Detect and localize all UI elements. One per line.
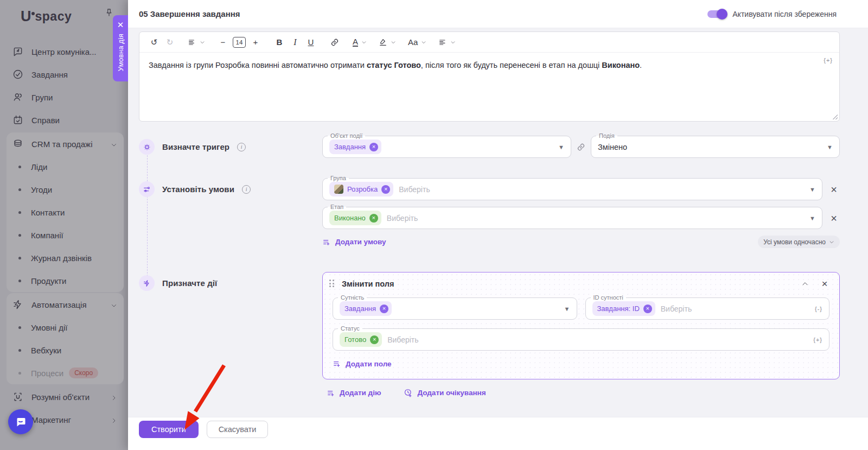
- description-segment: Завдання із групи Розробка повинні автом…: [149, 61, 367, 69]
- link-fields-icon: [576, 142, 586, 152]
- workflow-sections: Визначте тригер i Об'єкт події Завдання …: [139, 136, 840, 397]
- add-field-button[interactable]: Додати поле: [333, 359, 392, 368]
- entity-select[interactable]: Сутність Завдання × ▼: [333, 297, 577, 320]
- remove-condition-button[interactable]: ×: [828, 213, 840, 224]
- resize-handle[interactable]: [832, 113, 838, 119]
- description-segment-bold: Виконано: [602, 61, 640, 69]
- field-placeholder: Виберіть: [387, 214, 418, 223]
- italic-button[interactable]: I: [289, 35, 301, 49]
- add-action-button[interactable]: Додати дію: [327, 389, 381, 397]
- remove-chip-icon[interactable]: ×: [369, 143, 378, 151]
- trigger-section-title: Визначте тригер: [162, 142, 229, 151]
- entity-id-select[interactable]: ID сутності Завдання: ID × Виберіть {-}: [585, 297, 830, 320]
- increase-font-size-button[interactable]: +: [250, 35, 261, 49]
- condition-stage-select[interactable]: Етап Виконано × Виберіть ▼: [322, 207, 822, 229]
- remove-action-button[interactable]: ×: [820, 279, 829, 289]
- remove-condition-button[interactable]: ×: [828, 184, 840, 195]
- description-editor: ↺ ↻ − 14 + B I U: [139, 31, 840, 122]
- trigger-step-icon: [139, 139, 155, 155]
- chevron-down-icon: [450, 37, 456, 47]
- conditional-action-editor-panel: 05 Завершення завдання Активувати після …: [128, 0, 868, 450]
- action-card-title: Змінити поля: [342, 280, 394, 288]
- app-screen: U spacy Центр комуніка... Завдання: [0, 0, 868, 450]
- conditions-step-icon: [139, 181, 155, 197]
- group-chip: Розробка ×: [329, 182, 393, 197]
- editor-header: 05 Завершення завдання Активувати після …: [128, 0, 868, 28]
- sidebar: U spacy Центр комуніка... Завдання: [0, 0, 128, 450]
- dropdown-arrow-icon: ▼: [809, 186, 815, 193]
- chevron-down-icon: [200, 37, 205, 47]
- field-placeholder: Виберіть: [399, 185, 430, 194]
- add-wait-button[interactable]: Додати очікування: [404, 388, 486, 397]
- description-text-area[interactable]: Завдання із групи Розробка повинні автом…: [139, 53, 839, 112]
- entity-chip: Завдання ×: [340, 301, 392, 316]
- text-case-button[interactable]: Aa: [408, 35, 426, 49]
- dropdown-arrow-icon: ▼: [564, 306, 570, 312]
- highlight-color-button[interactable]: [379, 35, 396, 49]
- info-icon[interactable]: i: [237, 143, 246, 151]
- info-icon[interactable]: i: [242, 185, 251, 194]
- chevron-down-icon: [391, 37, 396, 47]
- event-select[interactable]: Подія Змінено ▼: [591, 136, 840, 158]
- event-object-select[interactable]: Об'єкт події Завдання × ▼: [322, 136, 571, 158]
- conditions-section: Установіть умови i Група Розробка ×: [139, 178, 840, 248]
- close-drawer-icon[interactable]: ✕: [117, 21, 124, 29]
- chevron-down-icon: [421, 37, 426, 47]
- font-size-value[interactable]: 14: [233, 37, 246, 48]
- undo-button[interactable]: ↺: [148, 35, 160, 49]
- field-placeholder: Виберіть: [387, 335, 418, 344]
- insert-link-button[interactable]: [329, 35, 341, 49]
- editor-footer: Створити Скасувати: [128, 417, 868, 450]
- description-segment: , після того як будуть перенесені в етап…: [421, 61, 602, 69]
- drag-handle-icon[interactable]: [329, 280, 337, 288]
- editor-body: ↺ ↻ − 14 + B I U: [128, 28, 868, 417]
- bold-button[interactable]: B: [273, 35, 285, 49]
- field-label: Група: [328, 175, 349, 182]
- remove-chip-icon[interactable]: ×: [380, 305, 388, 313]
- stage-chip: Виконано ×: [329, 211, 381, 225]
- description-segment-bold: статус Готово: [367, 61, 421, 69]
- dropdown-arrow-icon: ▼: [558, 144, 564, 150]
- event-value: Змінено: [598, 143, 627, 151]
- remove-chip-icon[interactable]: ×: [370, 335, 379, 344]
- action-card-change-fields: Змінити поля ×: [322, 272, 840, 379]
- modal-backdrop[interactable]: [0, 0, 128, 450]
- richtext-toolbar: ↺ ↻ − 14 + B I U: [139, 32, 839, 53]
- variable-icon[interactable]: {+}: [813, 337, 822, 343]
- dropdown-arrow-icon: ▼: [809, 215, 815, 221]
- conditions-section-title: Установіть умови: [162, 185, 234, 194]
- cancel-button[interactable]: Скасувати: [207, 421, 269, 438]
- actions-section: Призначте дії Змінити поля: [139, 272, 840, 397]
- collapse-card-button[interactable]: [800, 279, 810, 289]
- field-label: Подія: [596, 132, 617, 140]
- insert-variable-icon[interactable]: {+}: [824, 57, 833, 64]
- entity-id-chip: Завдання: ID ×: [592, 301, 655, 316]
- condition-group-select[interactable]: Група Розробка × Виберіть ▼: [322, 178, 822, 200]
- field-label: Об'єкт події: [328, 132, 365, 140]
- line-spacing-button[interactable]: [188, 35, 205, 49]
- activate-after-save-toggle[interactable]: [707, 10, 726, 18]
- underline-button[interactable]: U: [305, 35, 317, 49]
- actions-section-title: Призначте дії: [162, 278, 217, 288]
- conditions-match-mode-select[interactable]: Усі умови одночасно: [758, 236, 840, 248]
- variable-icon[interactable]: {-}: [815, 306, 822, 312]
- font-color-button[interactable]: A: [353, 35, 367, 49]
- toggle-knob: [717, 9, 727, 20]
- conditional-action-drawer-tab[interactable]: ✕ Умовна дія: [113, 15, 128, 81]
- create-button[interactable]: Створити: [139, 421, 199, 438]
- chevron-down-icon: [361, 37, 367, 47]
- field-label: Сутність: [338, 294, 367, 301]
- remove-chip-icon[interactable]: ×: [381, 185, 390, 194]
- trigger-section: Визначте тригер i Об'єкт події Завдання …: [139, 136, 840, 158]
- redo-button[interactable]: ↻: [164, 35, 176, 49]
- remove-chip-icon[interactable]: ×: [643, 305, 652, 313]
- event-object-chip: Завдання ×: [329, 140, 381, 154]
- field-label: Статус: [338, 325, 362, 332]
- add-condition-button[interactable]: Додати умову: [322, 238, 386, 246]
- decrease-font-size-button[interactable]: −: [217, 35, 229, 49]
- support-chat-button[interactable]: [8, 409, 33, 434]
- automation-title: 05 Завершення завдання: [139, 9, 707, 18]
- remove-chip-icon[interactable]: ×: [369, 214, 378, 223]
- status-select[interactable]: Статус Готово × Виберіть {+}: [333, 328, 829, 351]
- text-align-button[interactable]: [438, 35, 456, 49]
